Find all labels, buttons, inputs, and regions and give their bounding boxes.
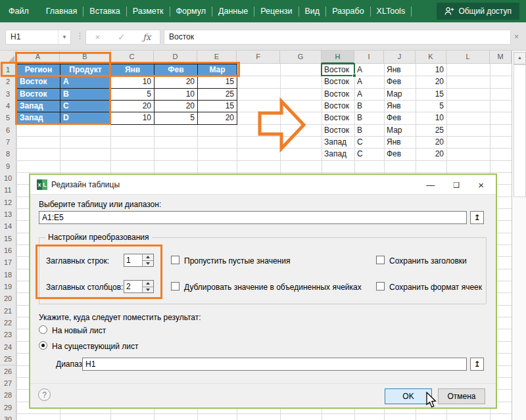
cell-E4[interactable]: 15 [197, 100, 237, 112]
close-icon[interactable]: × [478, 179, 484, 191]
column-header-H[interactable]: H [322, 51, 354, 64]
row-header-22[interactable]: 22 [0, 317, 16, 329]
ribbon-tab-Разрабо[interactable]: Разрабо [326, 0, 370, 22]
ribbon-tab-Вставка[interactable]: Вставка [84, 0, 126, 22]
row-header-15[interactable]: 15 [0, 233, 16, 245]
row-header-3[interactable]: 3 [0, 88, 16, 101]
duplicate-merged-checkbox[interactable] [171, 282, 179, 291]
cancel-button[interactable]: Отмена [438, 388, 485, 404]
cell-I3[interactable]: A [354, 88, 384, 100]
ribbon-tab-Вид[interactable]: Вид [299, 0, 326, 22]
row-header-17[interactable]: 17 [0, 256, 16, 269]
target-range-picker-icon[interactable]: ↥ [470, 358, 484, 371]
ribbon-tab-Файл[interactable]: Файл [3, 0, 35, 22]
row-header-21[interactable]: 21 [0, 305, 16, 317]
range-input[interactable] [39, 211, 467, 224]
ribbon-tab-XLTools[interactable]: XLTools [371, 0, 412, 22]
row-header-20[interactable]: 20 [0, 292, 16, 305]
row-header-4[interactable]: 4 [0, 100, 16, 112]
cell-J5[interactable]: Фев [384, 112, 416, 124]
confirm-entry-icon[interactable]: ✓ [118, 32, 125, 42]
cell-D5[interactable]: 5 [154, 112, 198, 124]
cell-H7[interactable]: Запад [322, 136, 354, 148]
scrollbar-thumb[interactable] [514, 64, 526, 197]
cell-K6[interactable]: 25 [416, 124, 446, 136]
row-header-12[interactable]: 12 [0, 197, 16, 209]
row-header-27[interactable]: 27 [0, 377, 16, 390]
cell-J2[interactable]: Фев [384, 76, 416, 87]
row-header-23[interactable]: 23 [0, 329, 16, 341]
row-header-24[interactable]: 24 [0, 341, 16, 354]
cell-C3[interactable]: 5 [110, 88, 155, 101]
cell-J4[interactable]: Янв [384, 100, 416, 112]
row-header-5[interactable]: 5 [0, 112, 16, 124]
cell-H6[interactable]: Восток [322, 124, 354, 136]
minimize-icon[interactable]: — [426, 180, 435, 190]
row-header-10[interactable]: 10 [0, 172, 16, 185]
target-range-input[interactable] [82, 358, 467, 371]
formula-bar-expand-icon[interactable]: × [514, 32, 519, 41]
cell-K4[interactable]: 5 [416, 100, 446, 112]
column-header-J[interactable]: J [384, 51, 416, 64]
new-sheet-radio[interactable] [39, 325, 47, 334]
cell-H2[interactable]: Восток [322, 76, 354, 87]
row-header-6[interactable]: 6 [0, 124, 16, 137]
fill-handle[interactable] [352, 74, 356, 78]
row-header-16[interactable]: 16 [0, 245, 16, 257]
cell-K2[interactable]: 20 [416, 76, 446, 87]
skip-empty-checkbox[interactable] [171, 256, 179, 264]
column-header-M[interactable]: M [490, 51, 512, 64]
ribbon-tab-Разметк[interactable]: Разметк [127, 0, 170, 22]
row-header-26[interactable]: 26 [0, 365, 16, 378]
row-header-11[interactable]: 11 [0, 184, 16, 197]
cell-E5[interactable]: 20 [197, 112, 237, 124]
row-header-13[interactable]: 13 [0, 208, 16, 221]
column-header-L[interactable]: L [446, 51, 490, 64]
cell-I6[interactable]: B [354, 124, 384, 136]
row-header-8[interactable]: 8 [0, 148, 16, 160]
cell-C5[interactable]: 10 [110, 112, 155, 124]
cell-J7[interactable]: Янв [384, 136, 416, 148]
cell-K8[interactable]: 20 [416, 148, 446, 160]
cell-D2[interactable]: 20 [154, 76, 198, 88]
cell-J3[interactable]: Мар [384, 88, 416, 100]
cell-I2[interactable]: A [354, 76, 384, 87]
cell-E2[interactable]: 15 [197, 76, 237, 88]
keep-format-checkbox[interactable] [376, 282, 385, 291]
cell-J6[interactable]: Мар [384, 124, 416, 136]
cell-I1[interactable]: A [354, 64, 384, 76]
cell-H4[interactable]: Восток [322, 100, 354, 112]
row-header-14[interactable]: 14 [0, 220, 16, 233]
help-icon[interactable]: ? [38, 388, 51, 401]
existing-sheet-radio[interactable] [39, 341, 47, 350]
name-box[interactable]: H1 ▼ [5, 30, 71, 45]
row-header-30[interactable]: 30 [0, 413, 16, 420]
dialog-title-bar[interactable]: xL Редизайн таблицы — ❑ × [30, 175, 496, 195]
ribbon-tab-Формул[interactable]: Формул [170, 0, 212, 22]
row-header-28[interactable]: 28 [0, 389, 16, 402]
cancel-entry-icon[interactable]: × [95, 32, 101, 42]
row-header-25[interactable]: 25 [0, 353, 16, 365]
row-header-19[interactable]: 19 [0, 281, 16, 293]
ribbon-tab-Рецензи[interactable]: Рецензи [254, 0, 298, 22]
cell-J8[interactable]: Фев [384, 148, 416, 160]
column-header-G[interactable]: G [280, 51, 322, 64]
cell-I7[interactable]: C [354, 136, 384, 148]
share-button[interactable]: Общий доступ [437, 3, 519, 20]
cell-K7[interactable]: 20 [416, 136, 446, 148]
row-header-18[interactable]: 18 [0, 269, 16, 281]
cell-E3[interactable]: 25 [197, 88, 237, 101]
name-box-dropdown-icon[interactable]: ▼ [58, 30, 70, 44]
cell-C2[interactable]: 10 [110, 76, 155, 88]
cell-D3[interactable]: 10 [154, 88, 198, 101]
cell-H8[interactable]: Запад [322, 148, 354, 160]
cell-I5[interactable]: B [354, 112, 384, 124]
cell-K5[interactable]: 10 [416, 112, 446, 124]
cell-K1[interactable]: 10 [416, 64, 446, 76]
cell-D4[interactable]: 20 [154, 100, 198, 112]
row-header-2[interactable]: 2 [0, 76, 16, 88]
cell-K3[interactable]: 15 [416, 88, 446, 100]
range-picker-icon[interactable]: ↥ [470, 211, 484, 224]
ribbon-tab-Главная[interactable]: Главная [40, 0, 84, 22]
scroll-up-icon[interactable]: ▲ [514, 52, 526, 64]
